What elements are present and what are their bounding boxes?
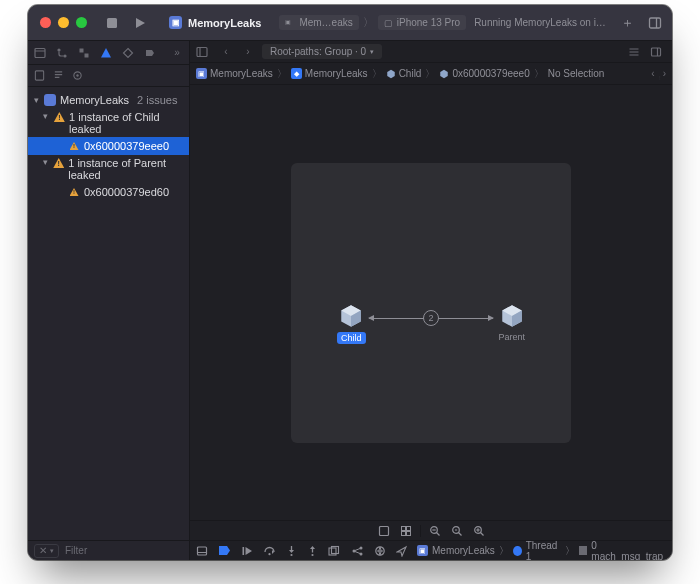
root-paths-dropdown[interactable]: Root-paths: Group · 0 ▾ bbox=[262, 44, 382, 59]
disclosure-icon[interactable]: ▾ bbox=[42, 111, 50, 121]
zoom-in-button[interactable] bbox=[471, 524, 487, 538]
editor-layout-icon[interactable] bbox=[650, 46, 666, 58]
svg-marker-10 bbox=[101, 48, 111, 58]
scheme-device[interactable]: ▢ iPhone 13 Pro bbox=[378, 15, 466, 30]
debug-frame[interactable]: 0 mach_msg_trap bbox=[579, 540, 664, 561]
object-cube-icon bbox=[499, 303, 525, 329]
debug-view-hierarchy-icon[interactable] bbox=[328, 544, 341, 558]
editor-options-icon[interactable] bbox=[628, 46, 644, 58]
titlebar: ▣ MemoryLeaks ▣ Mem…eaks 〉 ▢ iPhone 13 P… bbox=[28, 5, 672, 41]
issue-address-label: 0x60000379ed60 bbox=[84, 186, 169, 198]
project-title[interactable]: ▣ MemoryLeaks bbox=[169, 16, 261, 29]
warning-icon bbox=[54, 111, 65, 123]
debug-thread[interactable]: Thread 1 bbox=[513, 540, 561, 561]
device-icon: ▢ bbox=[384, 18, 393, 28]
crumb-selection[interactable]: No Selection bbox=[548, 68, 605, 79]
nav-tab-overflow-icon[interactable]: » bbox=[171, 47, 183, 59]
warning-icon bbox=[68, 186, 80, 198]
nav-tab-symbols-icon[interactable] bbox=[78, 47, 90, 59]
close-window-button[interactable] bbox=[40, 17, 51, 28]
tree-issue-child-address[interactable]: 0x60000379eee0 bbox=[28, 137, 189, 155]
crumb-label: MemoryLeaks bbox=[305, 68, 368, 79]
minimize-window-button[interactable] bbox=[58, 17, 69, 28]
process-icon: ▣ bbox=[417, 545, 428, 556]
nav-tab-tests-icon[interactable] bbox=[122, 47, 134, 59]
crumb-project[interactable]: ▣MemoryLeaks bbox=[196, 68, 273, 79]
issue-group-label: 1 instance of Parent leaked bbox=[68, 157, 189, 181]
layout-auto-icon[interactable] bbox=[376, 524, 392, 538]
scheme-target[interactable]: ▣ Mem…eaks bbox=[279, 15, 358, 30]
debug-process[interactable]: ▣ MemoryLeaks bbox=[417, 545, 495, 556]
svg-marker-11 bbox=[124, 48, 133, 57]
zoom-window-button[interactable] bbox=[76, 17, 87, 28]
memory-graph-canvas[interactable]: 2 Child Parent bbox=[291, 163, 571, 443]
svg-marker-41 bbox=[289, 550, 294, 553]
nav-next-issue-button[interactable]: › bbox=[663, 68, 666, 79]
nav-back-button[interactable]: ‹ bbox=[218, 46, 234, 57]
graph-node-child[interactable]: Child bbox=[337, 303, 366, 344]
graph-edge[interactable]: 2 bbox=[369, 318, 493, 319]
zoom-actual-button[interactable]: = bbox=[449, 524, 465, 538]
svg-point-42 bbox=[290, 553, 292, 555]
tree-issue-parent-address[interactable]: 0x60000379ed60 bbox=[28, 183, 189, 201]
filter-changes-icon[interactable] bbox=[72, 70, 83, 81]
filter-by-type-icon[interactable] bbox=[53, 70, 64, 81]
crumb-class[interactable]: Child bbox=[386, 68, 422, 79]
breakpoints-toggle-icon[interactable] bbox=[218, 544, 231, 558]
filter-field[interactable]: Filter bbox=[65, 545, 87, 556]
environment-overrides-icon[interactable] bbox=[374, 544, 386, 558]
svg-line-52 bbox=[355, 551, 360, 553]
add-button[interactable]: ＋ bbox=[620, 16, 634, 30]
crumb-target[interactable]: ◆MemoryLeaks bbox=[291, 68, 368, 79]
chevron-right-icon: 〉 bbox=[425, 67, 435, 81]
target-icon: ▣ bbox=[285, 18, 295, 28]
step-over-button[interactable] bbox=[263, 544, 276, 558]
graph-node-parent[interactable]: Parent bbox=[498, 303, 525, 342]
svg-point-45 bbox=[311, 553, 313, 555]
nav-tab-source-control-icon[interactable] bbox=[56, 47, 68, 59]
x-icon: ✕ bbox=[39, 545, 47, 556]
tree-issue-child-group[interactable]: ▾ 1 instance of Child leaked bbox=[28, 109, 189, 137]
step-into-button[interactable] bbox=[286, 544, 297, 558]
simulate-location-icon[interactable] bbox=[396, 544, 407, 558]
svg-line-28 bbox=[458, 532, 461, 535]
crumb-label: 0 mach_msg_trap bbox=[591, 540, 664, 561]
svg-rect-8 bbox=[80, 48, 84, 52]
chevron-right-icon: 〉 bbox=[565, 544, 575, 558]
edge-count-badge[interactable]: 2 bbox=[423, 310, 439, 326]
library-button[interactable] bbox=[648, 16, 662, 30]
editor-area: ‹ › Root-paths: Group · 0 ▾ ▣MemoryLeaks… bbox=[190, 41, 672, 560]
filter-scope-toggle[interactable]: ✕ ▾ bbox=[34, 544, 59, 558]
nav-prev-issue-button[interactable]: ‹ bbox=[651, 68, 654, 79]
nav-tab-debug-icon[interactable] bbox=[144, 47, 156, 59]
stop-button[interactable] bbox=[105, 16, 119, 30]
continue-button[interactable] bbox=[241, 544, 253, 558]
toggle-debug-area-icon[interactable] bbox=[196, 544, 208, 558]
svg-rect-15 bbox=[197, 47, 207, 56]
svg-rect-36 bbox=[243, 547, 245, 555]
disclosure-icon[interactable]: ▾ bbox=[42, 157, 49, 167]
nav-tab-project-icon[interactable] bbox=[34, 47, 46, 59]
disclosure-icon[interactable]: ▾ bbox=[32, 95, 40, 105]
debug-memory-graph-icon[interactable] bbox=[351, 544, 364, 558]
nav-tab-issues-icon[interactable] bbox=[100, 47, 112, 59]
zoom-out-button[interactable] bbox=[427, 524, 443, 538]
window-traffic-lights bbox=[28, 17, 99, 28]
svg-point-6 bbox=[57, 48, 60, 51]
run-button[interactable] bbox=[133, 16, 147, 30]
menu-icon[interactable] bbox=[196, 46, 212, 58]
tree-issue-parent-group[interactable]: ▾ 1 instance of Parent leaked bbox=[28, 155, 189, 183]
crumb-label: Thread 1 bbox=[526, 540, 562, 561]
svg-rect-23 bbox=[406, 531, 410, 535]
project-icon: ▣ bbox=[196, 68, 207, 79]
step-out-button[interactable] bbox=[307, 544, 318, 558]
tree-project-row[interactable]: ▾ MemoryLeaks 2 issues bbox=[28, 91, 189, 109]
crumb-address[interactable]: 0x60000379eee0 bbox=[439, 68, 529, 79]
xcode-window: ▣ MemoryLeaks ▣ Mem…eaks 〉 ▢ iPhone 13 P… bbox=[28, 5, 672, 560]
scheme-selector[interactable]: ▣ Mem…eaks 〉 ▢ iPhone 13 Pro bbox=[279, 15, 466, 30]
svg-marker-55 bbox=[397, 547, 406, 556]
layout-grid-icon[interactable] bbox=[398, 524, 414, 538]
filter-by-file-icon[interactable] bbox=[34, 70, 45, 81]
nav-forward-button[interactable]: › bbox=[240, 46, 256, 57]
svg-rect-19 bbox=[379, 526, 388, 535]
